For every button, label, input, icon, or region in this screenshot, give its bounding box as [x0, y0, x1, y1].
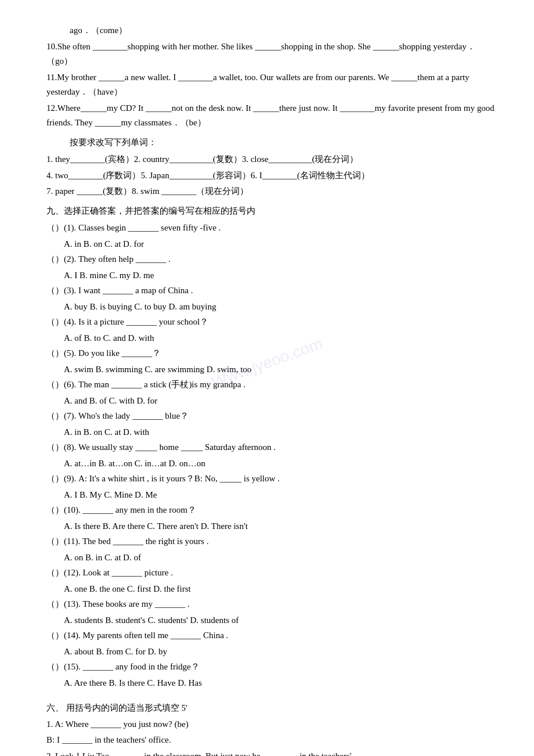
mc-q-1: （）(1). Classes begin _______ seven fifty… — [46, 221, 499, 236]
mc-q-10: （）(10). _______ any men in the room？ — [46, 503, 499, 518]
mc-q-5: （）(5). Do you like _______？ — [46, 346, 499, 361]
top-sentence-ago: ago．（come） — [46, 23, 499, 38]
mc-q-4: （）(4). Is it a picture _______ your scho… — [46, 315, 499, 330]
mc-item-11: （）(11). The bed _______ the right is you… — [46, 534, 499, 565]
sentence-11: 11.My brother ______a new wallet. I ____… — [46, 70, 499, 100]
mc-item-12: （）(12). Look at _______ picture . A. one… — [46, 566, 499, 596]
mc-q-15: （）(15). _______ any food in the fridge？ — [46, 660, 499, 675]
mc-opts-14: A. about B. from C. for D. by — [46, 645, 499, 660]
mc-item-14: （）(14). My parents often tell me _______… — [46, 628, 499, 659]
mc-item-7: （）(7). Who's the lady _______ blue？ A. i… — [46, 409, 499, 440]
sentence-10: 10.She often ________shopping with her m… — [46, 39, 499, 69]
mc-list: （）(1). Classes begin _______ seven fifty… — [46, 221, 499, 690]
mc-q-12: （）(12). Look at _______ picture . — [46, 566, 499, 581]
mc-opts-9: A. I B. My C. Mine D. Me — [46, 488, 499, 503]
section-title-mc: 九、选择正确答案，并把答案的编号写在相应的括号内 — [46, 204, 499, 219]
mc-q-13: （）(13). These books are my _______ . — [46, 597, 499, 612]
mc-item-15: （）(15). _______ any food in the fridge？ … — [46, 660, 499, 690]
mc-opts-11: A. on B. in C. at D. of — [46, 550, 499, 566]
mc-item-13: （）(13). These books are my _______ . A. … — [46, 597, 499, 628]
mc-item-8: （）(8). We usually stay _____ home _____ … — [46, 440, 499, 471]
mc-opts-3: A. buy B. is buying C. to buy D. am buyi… — [46, 300, 499, 315]
sentence-12: 12.Where______my CD? It ______not on the… — [46, 101, 499, 131]
section-6-item-1: 1. A: Where _______ you just now? (be) — [46, 717, 499, 732]
mc-q-9: （）(9). A: It's a white shirt , is it you… — [46, 471, 499, 487]
mc-item-9: （）(9). A: It's a white shirt , is it you… — [46, 471, 499, 502]
mc-q-6: （）(6). The man _______ a stick (手杖)is my… — [46, 377, 499, 393]
main-content: ago．（come） 10.She often ________shopping… — [46, 23, 499, 756]
mc-q-2: （）(2). They often help _______ . — [46, 252, 499, 267]
mc-opts-4: A. of B. to C. and D. with — [46, 331, 499, 346]
section-6-item-3: 2. Look！Liu Tao _______ in the classroom… — [46, 749, 499, 757]
word-change-2: 4. two________(序数词）5. Japan__________(形容… — [46, 168, 499, 183]
mc-opts-8: A. at…in B. at…on C. in…at D. on…on — [46, 456, 499, 471]
section-6-title: 六、 用括号内的词的适当形式填空 5' — [46, 701, 499, 716]
mc-item-3: （）(3). I want _______ a map of China . A… — [46, 283, 499, 314]
mc-opts-2: A. I B. mine C. my D. me — [46, 268, 499, 283]
mc-item-2: （）(2). They often help _______ . A. I B.… — [46, 252, 499, 283]
mc-opts-10: A. Is there B. Are there C. There aren't… — [46, 519, 499, 534]
section-6: 六、 用括号内的词的适当形式填空 5' 1. A: Where _______ … — [46, 701, 499, 756]
mc-q-3: （）(3). I want _______ a map of China . — [46, 283, 499, 298]
mc-opts-5: A. swim B. swimming C. are swimming D. s… — [46, 362, 499, 377]
mc-item-1: （）(1). Classes begin _______ seven fifty… — [46, 221, 499, 251]
mc-item-5: （）(5). Do you like _______？ A. swim B. s… — [46, 346, 499, 377]
mc-item-4: （）(4). Is it a picture _______ your scho… — [46, 315, 499, 345]
section-6-item-2: B: I _______ in the teachers' office. — [46, 733, 499, 748]
mc-opts-15: A. Are there B. Is there C. Have D. Has — [46, 676, 499, 691]
word-change-1: 1. they________(宾格）2. country__________(… — [46, 152, 499, 167]
mc-q-7: （）(7). Who's the lady _______ blue？ — [46, 409, 499, 424]
mc-item-6: （）(6). The man _______ a stick (手杖)is my… — [46, 377, 499, 408]
mc-q-11: （）(11). The bed _______ the right is you… — [46, 534, 499, 549]
section-title-word-change: 按要求改写下列单词： — [46, 135, 499, 150]
mc-opts-12: A. one B. the one C. first D. the first — [46, 582, 499, 597]
mc-item-10: （）(10). _______ any men in the room？ A. … — [46, 503, 499, 534]
mc-opts-13: A. students B. student's C. students' D.… — [46, 613, 499, 628]
mc-q-8: （）(8). We usually stay _____ home _____ … — [46, 440, 499, 455]
mc-q-14: （）(14). My parents often tell me _______… — [46, 628, 499, 643]
mc-opts-6: A. and B. of C. with D. for — [46, 394, 499, 409]
mc-opts-7: A. in B. on C. at D. with — [46, 425, 499, 440]
mc-opts-1: A. in B. on C. at D. for — [46, 237, 499, 252]
word-change-3: 7. paper ______(复数）8. swim ________（现在分词… — [46, 184, 499, 199]
